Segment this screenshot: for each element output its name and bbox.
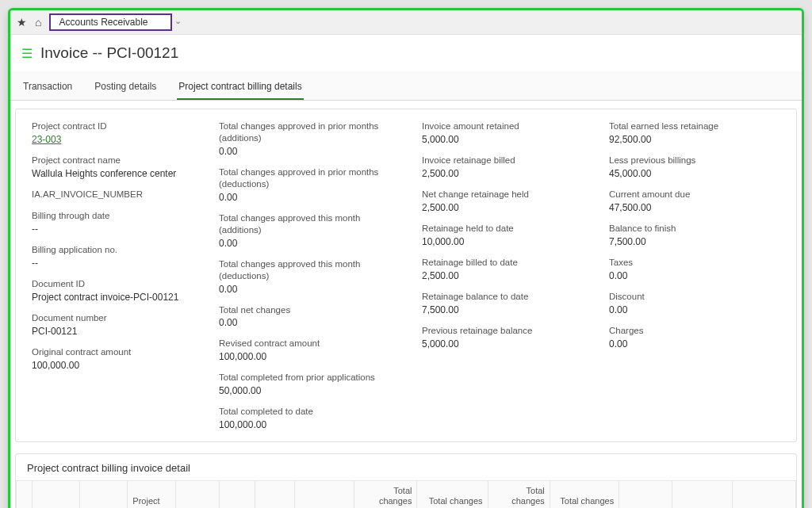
field-value: 100,000.00 xyxy=(219,351,393,362)
col-header[interactable]: Completed from prior applications xyxy=(733,481,796,508)
field-value: 45,000.00 xyxy=(609,168,768,179)
home-icon[interactable]: ⌂ xyxy=(35,16,41,29)
field-value: 2,500.00 xyxy=(422,168,580,179)
field-label: Retainage held to date xyxy=(422,223,580,235)
col-header[interactable]: Total net approved changes xyxy=(619,481,672,508)
field-label: Document ID xyxy=(32,278,190,290)
field-label: Total changes approved this month (addit… xyxy=(219,212,393,236)
field-value: 10,000.00 xyxy=(422,236,580,247)
field-value: -- xyxy=(32,258,190,269)
field-value: 5,000.00 xyxy=(422,134,580,145)
field-value: 2,500.00 xyxy=(422,202,580,213)
detail-table: Project contract ID Project contract lin… xyxy=(16,480,796,508)
field-value: PCI-00121 xyxy=(32,326,190,337)
field-value: 47,500.00 xyxy=(609,202,768,213)
field-label: Invoice amount retained xyxy=(422,120,580,132)
field-value: 0.00 xyxy=(219,284,393,295)
field-value: 0.00 xyxy=(219,146,393,157)
field-label: Previous retainage balance xyxy=(422,325,580,337)
field-label: Revised contract amount xyxy=(219,338,393,349)
field-value: 0.00 xyxy=(609,304,768,315)
field-label: Document number xyxy=(32,312,190,324)
top-bar: ★ ⌂ Accounts Receivable xyxy=(10,10,802,35)
field-label: Original contract amount xyxy=(32,346,190,358)
field-label: IA.AR_INVOICE_NUMBER xyxy=(32,189,190,201)
field-label: Taxes xyxy=(609,257,768,269)
page-header: ☰ Invoice -- PCI-00121 xyxy=(10,35,802,71)
favorite-icon[interactable]: ★ xyxy=(17,16,27,29)
col-header[interactable]: Task ID xyxy=(220,481,255,508)
field-label: Net change retainage held xyxy=(422,189,580,201)
col-header[interactable]: Project contract line name xyxy=(128,481,175,508)
summary-col-2: Total changes approved in prior months (… xyxy=(219,120,393,430)
col-header[interactable]: Total changes approved in prior months (… xyxy=(417,481,488,508)
summary-col-1: Project contract ID 23-003 Project contr… xyxy=(32,120,190,430)
field-label: Total net changes xyxy=(219,304,393,316)
field-value: 100,000.00 xyxy=(219,419,393,430)
field-label: Total changes approved in prior months (… xyxy=(219,120,393,144)
field-value: 50,000.00 xyxy=(219,385,393,396)
tabs: Transaction Posting details Project cont… xyxy=(10,71,802,101)
module-dropdown[interactable]: Accounts Receivable xyxy=(49,13,171,31)
col-header[interactable]: Project contract ID xyxy=(33,481,80,508)
col-rownum xyxy=(17,481,33,508)
col-header[interactable]: Task name xyxy=(255,481,294,508)
field-label: Retainage balance to date xyxy=(422,291,580,303)
field-label: Total completed to date xyxy=(219,406,393,418)
field-label: Charges xyxy=(609,325,768,337)
col-header[interactable]: Project ID xyxy=(175,481,220,508)
tab-posting-details[interactable]: Posting details xyxy=(93,76,158,100)
field-value: 0.00 xyxy=(609,338,768,349)
field-value: Project contract invoice-PCI-00121 xyxy=(32,292,190,303)
field-label: Less previous billings xyxy=(609,155,768,166)
summary-col-4: Total earned less retainage 92,500.00 Le… xyxy=(609,120,768,430)
field-label: Project contract ID xyxy=(32,120,190,132)
field-value: 0.00 xyxy=(219,192,393,203)
summary-col-3: Invoice amount retained 5,000.00 Invoice… xyxy=(422,120,580,430)
detail-section-title: Project contract billing invoice detail xyxy=(16,454,796,480)
col-header[interactable]: Total changes approved this month (addit… xyxy=(488,481,550,508)
field-value: 0.00 xyxy=(219,317,393,328)
field-label: Billing application no. xyxy=(32,244,190,256)
field-label: Invoice retainage billed xyxy=(422,155,580,166)
col-header[interactable]: Total revised contract line amount xyxy=(672,481,733,508)
col-header[interactable]: Total changes approved in prior months (… xyxy=(354,481,417,508)
field-value: 100,000.00 xyxy=(32,360,190,371)
detail-table-panel: Project contract billing invoice detail … xyxy=(15,453,797,508)
field-label: Total completed from prior applications xyxy=(219,372,393,384)
field-label: Discount xyxy=(609,291,768,303)
field-value: Wallula Heights conference center xyxy=(32,168,190,179)
field-label: Billing through date xyxy=(32,210,190,222)
field-label: Total changes approved in prior months (… xyxy=(219,166,393,190)
field-label: Retainage billed to date xyxy=(422,257,580,269)
field-label: Project contract name xyxy=(32,155,190,166)
project-contract-id-link[interactable]: 23-003 xyxy=(32,134,190,145)
col-header[interactable]: Total changes approved this month (deduc… xyxy=(550,481,619,508)
field-value: 0.00 xyxy=(609,270,768,281)
field-value: 0.00 xyxy=(219,238,393,249)
field-value: 2,500.00 xyxy=(422,270,580,281)
field-label: Total earned less retainage xyxy=(609,120,768,132)
summary-panel: Project contract ID 23-003 Project contr… xyxy=(15,109,797,442)
field-label: Total changes approved this month (deduc… xyxy=(219,258,393,282)
tab-billing-details[interactable]: Project contract billing details xyxy=(177,76,303,100)
field-value: -- xyxy=(32,223,190,235)
field-label: Balance to finish xyxy=(609,223,768,235)
field-label: Current amount due xyxy=(609,189,768,201)
tab-transaction[interactable]: Transaction xyxy=(21,76,74,100)
menu-icon[interactable]: ☰ xyxy=(21,46,33,61)
field-value: 92,500.00 xyxy=(609,134,768,145)
field-value: 7,500.00 xyxy=(422,304,580,315)
field-value: 7,500.00 xyxy=(609,236,768,247)
col-header[interactable]: Project contract line ID xyxy=(80,481,128,508)
col-header[interactable]: Original contract amount xyxy=(294,481,354,508)
page-title: Invoice -- PCI-00121 xyxy=(40,44,178,62)
field-value: 5,000.00 xyxy=(422,338,580,349)
